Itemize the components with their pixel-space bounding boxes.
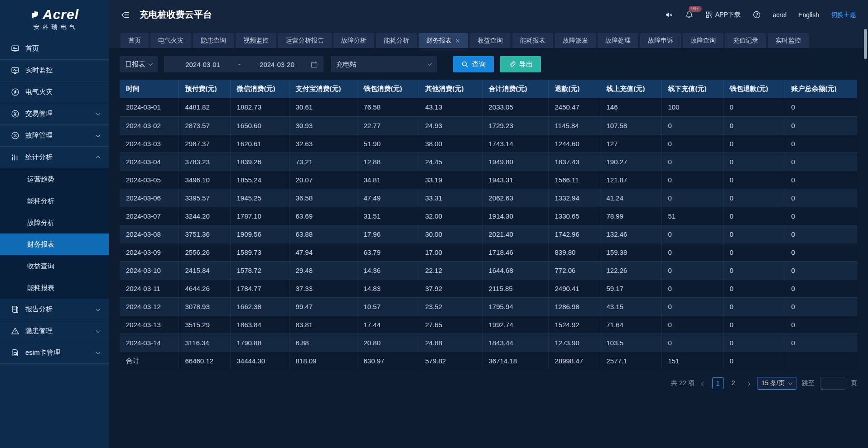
app-download-label: APP下载: [715, 11, 741, 19]
vertical-scrollbar-thumb[interactable]: [864, 29, 867, 59]
tab[interactable]: 电气火灾: [150, 33, 191, 48]
chevron-down-icon: [96, 133, 101, 137]
sidebar-subitem[interactable]: 能耗报表: [0, 277, 109, 299]
bell-icon[interactable]: 99+: [685, 10, 694, 19]
chevron-down-icon: [96, 111, 101, 115]
tab[interactable]: 运营分析报告: [278, 33, 332, 48]
table-cell: 839.80: [548, 243, 600, 261]
table-cell: 2987.37: [178, 134, 230, 153]
tab[interactable]: 实时监控: [768, 33, 809, 48]
table-cell: 0: [661, 279, 723, 297]
table-cell: 0: [723, 98, 785, 116]
table-cell: 2577.1: [600, 352, 661, 370]
tab[interactable]: 充值记录: [725, 33, 766, 48]
tab[interactable]: 能耗报表: [512, 33, 553, 48]
table-cell: 2024-03-10: [120, 261, 178, 279]
pagination-total: 共 22 项: [671, 379, 694, 387]
page-size-value: 15 条/页: [762, 379, 785, 387]
table-cell: 36714.18: [482, 352, 548, 370]
speaker-muted-icon[interactable]: [665, 10, 673, 19]
page-numbers: 12: [712, 377, 739, 389]
report-type-select[interactable]: 日报表: [120, 56, 158, 72]
table-cell: 3515.29: [178, 315, 230, 334]
table-cell: 1843.44: [482, 334, 548, 352]
tab-label: 视频监控: [243, 37, 269, 45]
table-cell: 3116.34: [178, 334, 230, 352]
tab[interactable]: 首页: [121, 33, 149, 48]
sidebar-subitem[interactable]: 能耗分析: [0, 190, 109, 212]
page-size-select[interactable]: 15 条/页: [757, 377, 796, 390]
prev-page-icon[interactable]: [700, 378, 707, 389]
pagination: 共 22 项 12 15 条/页 跳至 页: [120, 377, 857, 390]
tab[interactable]: 财务报表: [419, 33, 468, 48]
sidebar-item[interactable]: 首页: [0, 38, 109, 60]
table-cell: 1992.74: [482, 315, 548, 334]
search-button[interactable]: 查询: [453, 56, 494, 72]
export-button[interactable]: 导出: [500, 56, 541, 72]
table-cell: 0: [723, 352, 785, 370]
logo-subtext: 安科瑞电气: [30, 23, 79, 31]
hazard-icon: [11, 327, 19, 335]
chevron-down-icon: [428, 62, 432, 66]
menu-fold-icon[interactable]: [121, 10, 130, 20]
sidebar-item[interactable]: esim卡管理: [0, 342, 109, 364]
tab[interactable]: 隐患查询: [193, 33, 234, 48]
sidebar-item[interactable]: 故障管理: [0, 125, 109, 147]
tab[interactable]: 视频监控: [236, 33, 276, 48]
tab[interactable]: 故障派发: [555, 33, 596, 48]
table-cell: 22.12: [419, 261, 482, 279]
table-cell: 0: [785, 279, 857, 297]
tab-label: 故障处理: [605, 37, 631, 45]
table-cell: 1662.38: [230, 297, 289, 315]
language-switch[interactable]: English: [798, 11, 819, 19]
column-header: 线上充值(元): [600, 80, 661, 98]
tab[interactable]: 故障查询: [683, 33, 723, 48]
transaction-icon: [11, 110, 19, 118]
table-cell: 1742.96: [548, 225, 600, 243]
page-number-button[interactable]: 2: [728, 377, 739, 389]
sidebar-item-label: 实时监控: [25, 66, 53, 75]
tab[interactable]: 能耗分析: [376, 33, 417, 48]
sidebar-subitem[interactable]: 运营趋势: [0, 168, 109, 190]
sidebar-item[interactable]: 实时监控: [0, 60, 109, 81]
help-icon[interactable]: [752, 10, 761, 19]
sidebar-subitem[interactable]: 财务报表: [0, 234, 109, 255]
tab[interactable]: 故障申诉: [640, 33, 681, 48]
table-cell: 3496.10: [178, 171, 230, 189]
page-jump-input[interactable]: [820, 377, 845, 390]
table-cell: 12.88: [357, 153, 419, 171]
sidebar-subitem[interactable]: 收益查询: [0, 255, 109, 277]
next-page-icon[interactable]: [745, 378, 752, 389]
username[interactable]: acrel: [773, 11, 786, 19]
table-cell: 772.06: [548, 261, 600, 279]
app-download-button[interactable]: APP下载: [705, 11, 741, 19]
table-cell: 0: [723, 315, 785, 334]
table-cell: 32.63: [289, 134, 357, 153]
tab[interactable]: 收益查询: [470, 33, 511, 48]
sidebar-item[interactable]: 报告分析: [0, 299, 109, 320]
table-cell: 1743.14: [482, 134, 548, 153]
sidebar-item[interactable]: 电气火灾: [0, 81, 109, 103]
table-cell: 4644.26: [178, 279, 230, 297]
table-row: 2024-03-014481.821882.7330.6176.5843.132…: [120, 98, 857, 116]
sidebar-subitem[interactable]: 故障分析: [0, 212, 109, 234]
chevron-down-icon: [96, 328, 101, 333]
notification-badge: 99+: [689, 6, 702, 12]
table-cell: 1644.68: [482, 261, 548, 279]
sidebar-item[interactable]: 隐患管理: [0, 320, 109, 342]
page-number-button[interactable]: 1: [712, 377, 724, 389]
theme-switch-link[interactable]: 切换主题: [831, 11, 856, 19]
sidebar-item[interactable]: 交易管理: [0, 103, 109, 125]
sidebar-item[interactable]: 统计分析: [0, 147, 109, 168]
tab-label: 故障查询: [690, 37, 716, 45]
table-cell: 2024-03-14: [120, 334, 178, 352]
table-cell: 0: [661, 334, 723, 352]
table-cell: 121.87: [600, 171, 661, 189]
close-icon[interactable]: [456, 38, 460, 43]
station-select[interactable]: 充电站: [331, 56, 437, 72]
station-value: 充电站: [336, 60, 357, 69]
date-range-picker[interactable]: 2024-03-01 ~ 2024-03-20: [164, 56, 323, 72]
tab[interactable]: 故障处理: [598, 33, 638, 48]
table-cell: 1145.84: [548, 116, 600, 134]
tab[interactable]: 故障分析: [333, 33, 374, 48]
